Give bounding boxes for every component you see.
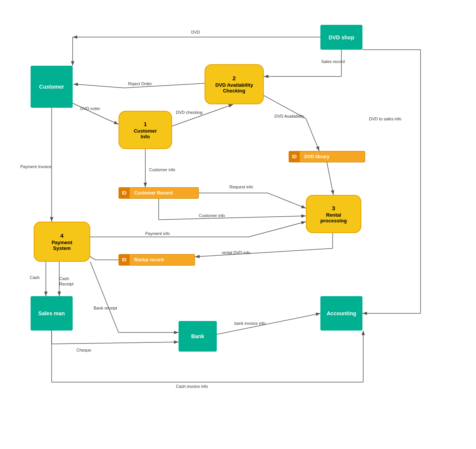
- bank-entity: Bank: [179, 321, 217, 352]
- svg-line-19: [159, 216, 306, 220]
- customer-record-store: ID Customer Record: [119, 187, 199, 199]
- label-bank-receipt: Bank receipt: [94, 306, 117, 310]
- process-4: 4 Payment System: [34, 222, 90, 262]
- dvd-shop-label: DVD shop: [329, 34, 354, 41]
- label-cheque: Cheque: [76, 348, 91, 352]
- process-1: 1 Customer Info: [119, 111, 172, 149]
- process-3: 3 Rental processing: [306, 195, 361, 233]
- customer-label: Customer: [39, 84, 64, 90]
- customer-entity: Customer: [31, 66, 73, 108]
- dvd-shop-entity: DVD shop: [320, 25, 362, 50]
- label-customer-info-2: Customer info: [199, 213, 225, 218]
- label-dvd-checking: DVD checking: [176, 110, 203, 115]
- p4-label: Payment System: [52, 240, 72, 251]
- label-payment-info: Payment info: [145, 231, 170, 236]
- dvd-library-label: DVD library: [300, 154, 334, 159]
- svg-line-5: [73, 103, 105, 118]
- rental-record-id: ID: [119, 254, 130, 265]
- svg-line-7: [172, 104, 233, 126]
- label-rental-dvd-info: rental DVD info: [222, 250, 250, 255]
- salesman-label: Sales man: [38, 310, 65, 316]
- bank-label: Bank: [191, 333, 204, 339]
- label-dvd-availability: DVD Availability: [275, 114, 304, 118]
- rental-record-label: Rental record: [130, 257, 168, 263]
- label-bank-invoice-info: bank invoice info: [234, 321, 266, 326]
- label-dvd: DVD: [191, 30, 200, 34]
- p3-label: Rental processing: [320, 212, 347, 224]
- diagram: DVD shop Customer Sales man Bank Account…: [0, 0, 476, 449]
- svg-line-4: [73, 84, 124, 88]
- svg-line-17: [268, 193, 306, 208]
- label-request-info: Request info: [229, 185, 253, 189]
- p1-label: Customer Info: [134, 128, 157, 139]
- customer-record-label: Customer Record: [130, 190, 177, 196]
- customer-record-id: ID: [119, 188, 130, 198]
- p4-num: 4: [60, 232, 63, 239]
- label-payment-invoice: Payment Invoice: [20, 164, 51, 169]
- svg-line-24: [195, 248, 333, 257]
- p2-num: 2: [232, 75, 236, 81]
- p3-num: 3: [332, 205, 335, 211]
- svg-line-6: [105, 118, 119, 124]
- label-dvd-to-sales-info: DVD to sales info: [369, 117, 401, 121]
- svg-line-37: [327, 162, 333, 195]
- accounting-entity: Accounting: [320, 296, 362, 331]
- salesman-entity: Sales man: [31, 296, 73, 331]
- svg-line-22: [249, 222, 306, 237]
- label-cash: Cash: [30, 275, 40, 280]
- label-cash-invoice-info: Cash invoice info: [176, 384, 208, 389]
- accounting-label: Accounting: [327, 310, 356, 316]
- label-cash-receipt: Cash Receipt: [59, 276, 73, 287]
- p1-num: 1: [144, 121, 147, 127]
- p2-label: DVD Availability Checking: [215, 82, 253, 94]
- dvd-library-store: ID DVD library: [289, 151, 365, 162]
- label-sales-record: Sales record: [321, 59, 345, 64]
- svg-line-11: [306, 118, 319, 151]
- process-2: 2 DVD Availability Checking: [205, 64, 264, 104]
- svg-line-29: [90, 262, 119, 332]
- svg-line-32: [52, 342, 179, 344]
- rental-record-store: ID Rental record: [119, 254, 195, 266]
- dvd-library-id: ID: [289, 151, 300, 162]
- label-reject-order: Reject Order: [128, 81, 152, 86]
- label-customer-info-1: Customer info: [149, 167, 175, 172]
- svg-line-33: [217, 313, 320, 334]
- label-dvd-order: DVD order: [80, 106, 100, 111]
